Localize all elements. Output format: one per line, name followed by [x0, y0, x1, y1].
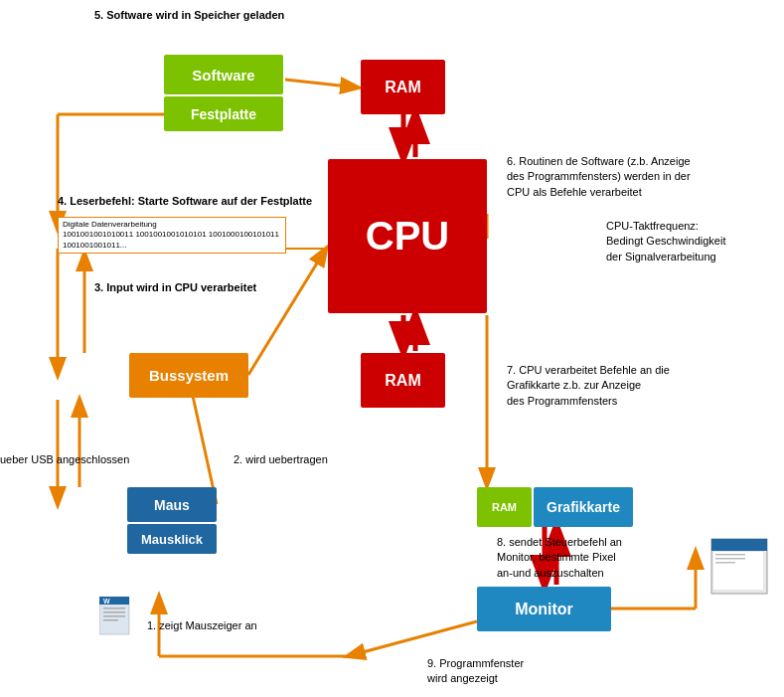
mausklick-label: Mausklick — [141, 532, 203, 547]
svg-rect-29 — [103, 619, 118, 621]
label-7: 7. CPU verarbeitet Befehle an die Grafik… — [507, 363, 706, 409]
software-block: Software — [164, 55, 283, 94]
cpu-label: CPU — [366, 214, 449, 259]
svg-line-9 — [248, 249, 326, 375]
svg-rect-34 — [715, 558, 745, 560]
label-2: 2. wird uebertragen — [234, 452, 328, 467]
word-icon: W — [99, 597, 134, 636]
digital-line1: Digitale Datenverarbeitung — [63, 220, 281, 230]
svg-text:W: W — [103, 598, 110, 605]
ram-top-block: RAM — [361, 60, 445, 114]
digital-data-box: Digitale Datenverarbeitung 1001001001010… — [58, 217, 286, 254]
grafikkarte-block: Grafikkarte — [534, 487, 633, 527]
cpu-block: CPU — [328, 159, 487, 313]
svg-rect-33 — [715, 554, 745, 556]
label-8: 8. sendet Steuerbefehl an Monitor, besti… — [497, 535, 681, 581]
festplatte-block: Festplatte — [164, 96, 283, 131]
grafikkarte-label: Grafikkarte — [547, 499, 620, 515]
svg-rect-32 — [713, 552, 763, 590]
label-usb: ueber USB angeschlossen — [0, 452, 129, 467]
label-6: 6. Routinen de Software (z.b. Anzeige de… — [507, 154, 706, 200]
svg-line-18 — [348, 621, 477, 656]
ram-top-label: RAM — [385, 79, 420, 96]
bussystem-block: Bussystem — [129, 353, 248, 398]
grafikkarte-ram-label: RAM — [492, 501, 517, 513]
diagram: Software Festplatte RAM CPU RAM Bussyste… — [0, 0, 784, 697]
svg-line-0 — [285, 80, 358, 87]
svg-rect-26 — [103, 608, 125, 610]
ram-mid-label: RAM — [385, 372, 420, 390]
label-4: 4. Leserbefehl: Starte Software auf der … — [58, 194, 312, 209]
label-5: 5. Software wird in Speicher geladen — [94, 8, 284, 23]
festplatte-label: Festplatte — [191, 106, 256, 122]
svg-rect-27 — [103, 611, 125, 613]
maus-label: Maus — [154, 497, 190, 513]
grafikkarte-ram-block: RAM — [477, 487, 532, 527]
svg-rect-35 — [715, 562, 735, 564]
monitor-block: Monitor — [477, 587, 611, 631]
label-1: 1. zeigt Mauszeiger an — [147, 618, 257, 633]
digital-line2: 1001001001010011 1001001001010101 100100… — [63, 230, 281, 251]
monitor-label: Monitor — [515, 601, 573, 618]
label-9: 9. Programmfenster wird angezeigt — [427, 656, 524, 687]
label-3: 3. Input wird in CPU verarbeitet — [94, 280, 256, 295]
monitor-screenshot — [709, 537, 769, 602]
mausklick-block: Mausklick — [127, 524, 217, 554]
ram-mid-block: RAM — [361, 353, 445, 408]
bussystem-label: Bussystem — [149, 367, 229, 384]
software-label: Software — [192, 67, 254, 84]
label-cpu-clock: CPU-Taktfrequenz: Bedingt Geschwindigkei… — [606, 219, 780, 264]
svg-rect-28 — [103, 615, 125, 617]
svg-rect-31 — [711, 539, 767, 551]
maus-block: Maus — [127, 487, 217, 522]
